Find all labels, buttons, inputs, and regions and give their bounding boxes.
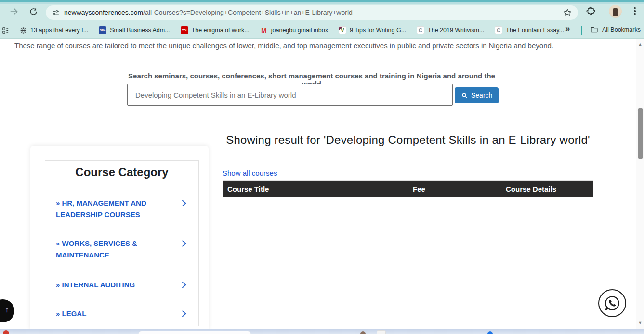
- up-arrow-icon: ↑: [5, 305, 9, 315]
- intro-paragraph: These range of courses are tailored to m…: [14, 41, 553, 50]
- bookmark-label: The 2019 Writivism...: [428, 27, 484, 34]
- reload-icon: [29, 7, 38, 16]
- category-label: WORKS, SERVICES & MAINTENANCE: [56, 239, 137, 259]
- url-domain: newwaysconferences.com: [64, 9, 143, 16]
- url-text: newwaysconferences.com/all-Courses?s=Dev…: [64, 9, 353, 16]
- bookmark-item[interactable]: V 9 Tips for Writing G...: [339, 26, 406, 34]
- window-top-strip-light: [0, 2, 644, 4]
- bookmark-item[interactable]: TOI The enigma of work...: [181, 26, 250, 34]
- course-category-card: Course Category HR, MANAGEMENT AND LEADE…: [30, 146, 209, 329]
- gmail-favicon: M: [260, 26, 268, 34]
- category-item-works-services[interactable]: WORKS, SERVICES & MAINTENANCE: [56, 238, 189, 261]
- whatsapp-icon: [603, 294, 622, 313]
- search-button-label: Search: [471, 91, 492, 99]
- forward-arrow-icon: [9, 7, 19, 16]
- show-all-courses-link[interactable]: Show all courses: [223, 169, 277, 177]
- taskbar-app-icon[interactable]: [360, 331, 366, 334]
- taskbar-app-icon[interactable]: [377, 330, 386, 334]
- search-icon: [461, 92, 468, 99]
- double-angle-icon: [56, 239, 62, 247]
- profile-avatar[interactable]: [609, 5, 622, 18]
- taskbar-app-icon[interactable]: [487, 331, 493, 334]
- bookmark-item[interactable]: C The 2019 Writivism...: [417, 26, 484, 34]
- bookmarks-right-separator: [581, 26, 582, 35]
- avatar-figure: [613, 8, 618, 16]
- page-scrollbar[interactable]: ▲ ▼: [636, 39, 644, 329]
- bookmark-item[interactable]: 13 apps that every f...: [19, 26, 88, 34]
- address-bar[interactable]: newwaysconferences.com/all-Courses?s=Dev…: [46, 5, 578, 20]
- extensions-puzzle-icon: [586, 6, 596, 16]
- search-button[interactable]: Search: [455, 87, 499, 103]
- double-angle-icon: [56, 199, 62, 207]
- toi-favicon: TOI: [181, 26, 188, 34]
- chrome-menu-button[interactable]: [633, 6, 637, 16]
- url-path: /all-Courses?s=Developing+Competent+Skil…: [143, 9, 353, 16]
- apps-grid-icon[interactable]: [2, 27, 9, 34]
- sba-favicon: SBA: [99, 26, 106, 34]
- bookmark-star-button[interactable]: [563, 8, 572, 17]
- column-header-course-title: Course Title: [223, 181, 408, 197]
- bookmarks-bar: 13 apps that every f... SBA Small Busine…: [0, 22, 644, 39]
- site-settings-icon: [52, 9, 60, 17]
- all-bookmarks-label: All Bookmarks: [602, 26, 641, 33]
- bookmarks-overflow-chevron-icon[interactable]: [565, 24, 570, 34]
- all-bookmarks-button[interactable]: All Bookmarks: [591, 26, 641, 34]
- bookmark-label: The enigma of work...: [192, 27, 250, 34]
- bookmark-label: joanegbu gmail inbox: [271, 27, 328, 34]
- chevron-right-icon: [180, 199, 188, 207]
- writing-site-favicon: V: [339, 26, 346, 34]
- course-category-box: Course Category HR, MANAGEMENT AND LEADE…: [45, 160, 199, 326]
- bookmark-label: The Fountain Essay...: [506, 27, 564, 34]
- category-item-hr-management[interactable]: HR, MANAGEMENT AND LEADERSHIP COURSES: [56, 197, 189, 220]
- chevron-right-icon: [180, 309, 188, 318]
- search-input[interactable]: [127, 84, 453, 106]
- scroll-to-top-button[interactable]: ↑: [0, 299, 14, 322]
- web-page: These range of courses are tailored to m…: [0, 39, 636, 329]
- screen: newwaysconferences.com/all-Courses?s=Dev…: [0, 0, 644, 334]
- whatsapp-button[interactable]: [598, 289, 626, 317]
- scrollbar-thumb[interactable]: [638, 108, 643, 159]
- bookmark-label: 9 Tips for Writing G...: [350, 27, 406, 34]
- scrollbar-up-arrow[interactable]: ▲: [636, 42, 644, 47]
- forward-button[interactable]: [9, 6, 19, 17]
- toolbar-separator: [602, 7, 602, 15]
- taskbar-app-icon[interactable]: [3, 330, 9, 334]
- bookmark-item[interactable]: SBA Small Business Adm...: [99, 26, 170, 34]
- category-label: LEGAL: [62, 309, 87, 318]
- double-angle-icon: [56, 309, 62, 318]
- course-table-header: Course Title Fee Course Details: [223, 180, 593, 197]
- category-label: HR, MANAGEMENT AND LEADERSHIP COURSES: [56, 199, 146, 218]
- bookmark-label: 13 apps that every f...: [30, 27, 88, 34]
- chevron-right-icon: [180, 239, 188, 248]
- windows-taskbar: [0, 329, 644, 334]
- chevron-right-icon: [180, 281, 188, 289]
- category-item-legal[interactable]: LEGAL: [56, 308, 189, 320]
- scrollbar-down-arrow[interactable]: ▼: [636, 321, 644, 325]
- star-icon: [563, 8, 572, 17]
- c-favicon: C: [495, 26, 502, 34]
- bookmarks-separator: [14, 26, 14, 35]
- extensions-button[interactable]: [586, 6, 596, 16]
- bookmark-item[interactable]: C The Fountain Essay...: [495, 26, 564, 34]
- category-item-internal-auditing[interactable]: INTERNAL AUDITING: [56, 279, 189, 291]
- bookmark-label: Small Business Adm...: [110, 27, 170, 34]
- course-category-title: Course Category: [45, 166, 198, 179]
- c-favicon: C: [417, 26, 424, 34]
- globe-icon: [19, 26, 27, 34]
- taskbar-search-box[interactable]: [138, 331, 251, 334]
- reload-button[interactable]: [28, 6, 39, 17]
- double-angle-icon: [56, 281, 62, 289]
- category-label: INTERNAL AUDITING: [62, 281, 135, 289]
- browser-toolbar: newwaysconferences.com/all-Courses?s=Dev…: [0, 0, 644, 39]
- folder-icon: [591, 26, 598, 34]
- column-header-course-details: Course Details: [501, 181, 593, 197]
- column-header-fee: Fee: [408, 181, 501, 197]
- bookmark-item[interactable]: M joanegbu gmail inbox: [260, 26, 328, 34]
- results-heading: Showing result for 'Developing Competent…: [225, 130, 591, 149]
